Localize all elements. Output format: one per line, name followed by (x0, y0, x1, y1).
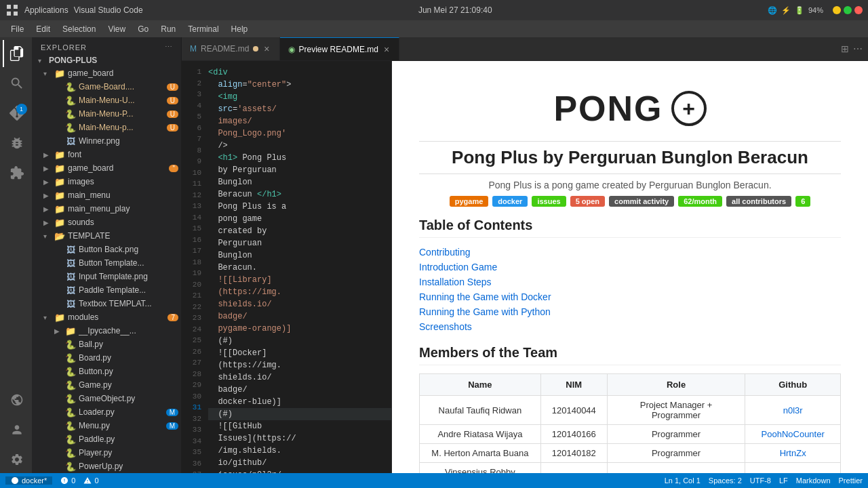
toc-link-intro[interactable]: Introduction Game (419, 260, 841, 274)
tree-tpl-input[interactable]: 🖼 Input Template.png (33, 270, 181, 283)
statusbar-warnings[interactable]: 0 (83, 476, 98, 485)
statusbar-ln-col[interactable]: Ln 1, Col 1 (665, 476, 701, 485)
menu-view[interactable]: View (102, 23, 131, 35)
member-github[interactable]: HrtnZx (745, 444, 841, 463)
topbar-editorname[interactable]: Visual Studio Code (74, 5, 143, 15)
app-grid-icon[interactable] (5, 3, 19, 17)
tree-gameboard-file5[interactable]: 🖼 Winner.png (33, 134, 181, 148)
tree-mod-gameobject[interactable]: 🐍 GameObject.py (33, 392, 181, 405)
topbar-appname[interactable]: Applications (24, 5, 68, 15)
tree-tpl-textbox[interactable]: 🖼 Textbox TEMPLAT... (33, 297, 181, 310)
menu-edit[interactable]: Edit (31, 23, 56, 35)
tree-tpl-paddle[interactable]: 🖼 Paddle Template... (33, 283, 181, 297)
badge-commit-val[interactable]: 62/month (678, 196, 722, 207)
toc-link-install[interactable]: Installation Steps (419, 274, 841, 289)
split-editor-icon[interactable]: ⊞ (841, 43, 849, 54)
tree-template[interactable]: ▾ 📂 TEMPLATE (33, 229, 181, 243)
tree-mod-menu[interactable]: 🐍 Menu.py M (33, 419, 181, 432)
git-badge: 1 (16, 104, 27, 115)
member-github[interactable]: n0l3r (745, 396, 841, 425)
menu-help[interactable]: Help (226, 23, 254, 35)
more-actions-icon[interactable]: ⋯ (853, 43, 863, 54)
member-github[interactable]: vinsenslusrobby15 (745, 463, 841, 474)
activitybar-settings[interactable] (3, 446, 30, 473)
close-button[interactable] (854, 6, 863, 14)
statusbar-encoding[interactable]: UTF-8 (750, 476, 771, 485)
tpl4-label: Paddle Template... (79, 285, 178, 295)
tab-readme-close[interactable]: × (262, 43, 271, 55)
tree-mod-powerup[interactable]: 🐍 PowerUp.py (33, 460, 181, 473)
minimize-button[interactable] (833, 6, 841, 14)
tree-images[interactable]: ▶ 📁 images (33, 175, 181, 188)
tab-preview[interactable]: ◉ Preview README.md × (280, 37, 400, 61)
png-icon-tpl1: 🖼 (65, 244, 76, 255)
tree-sounds[interactable]: ▶ 📁 sounds (33, 216, 181, 229)
tree-gameboard2[interactable]: ▶ 📁 game_board " (33, 161, 181, 175)
png-icon-tpl3: 🖼 (65, 271, 76, 282)
sidebar-new-file[interactable]: ⋯ (165, 43, 173, 52)
tree-mod-loader[interactable]: 🐍 Loader.py M (33, 405, 181, 419)
svg-rect-2 (7, 12, 11, 16)
tree-mod-cache[interactable]: ▶ 📁 __Ipycache__... (33, 324, 181, 338)
activitybar-git[interactable]: 1 (3, 100, 30, 127)
toc-link-docker[interactable]: Running the Game with Docker (419, 289, 841, 304)
activitybar-debug[interactable] (3, 129, 30, 157)
badge-contrib-val[interactable]: 6 (795, 196, 810, 207)
toc-link-python[interactable]: Running the Game with Python (419, 304, 841, 319)
mod-powerup-label: PowerUp.py (79, 462, 178, 471)
preview-divider-top (419, 141, 841, 142)
tree-gameboard-file3[interactable]: 🐍 Main-Menu-P... U (33, 107, 181, 121)
pong-text: PONG (553, 88, 663, 129)
toc-link-contributing[interactable]: Contributing (419, 245, 841, 260)
statusbar-formatter[interactable]: Prettier (839, 476, 863, 485)
tree-mod-game[interactable]: 🐍 Game.py (33, 378, 181, 392)
tree-gameboard-file4[interactable]: 🐍 Main-Menu-p... U (33, 121, 181, 134)
menu-go[interactable]: Go (132, 23, 154, 35)
badge-commit[interactable]: commit activity (609, 196, 674, 207)
tree-mod-paddle[interactable]: 🐍 Paddle.py (33, 432, 181, 446)
badge-issues-open[interactable]: 5 open (570, 196, 605, 207)
statusbar-remote[interactable]: docker* (5, 476, 52, 485)
tree-modules[interactable]: ▾ 📁 modules 7 (33, 310, 181, 324)
activitybar-remote[interactable] (3, 386, 30, 413)
maximize-button[interactable] (844, 6, 852, 14)
activitybar-explorer[interactable] (3, 40, 30, 67)
toc-link-screenshots[interactable]: Screenshots (419, 319, 841, 334)
tree-project-root[interactable]: ▾ PONG-PLUS (33, 54, 181, 66)
col-nim: NIM (540, 374, 607, 396)
member-github[interactable]: PoohNoCounter (745, 425, 841, 444)
tree-mod-player[interactable]: 🐍 Player.py (33, 446, 181, 460)
badge-issues[interactable]: issues (532, 196, 566, 207)
activitybar-accounts[interactable] (3, 416, 30, 443)
tree-font[interactable]: ▶ 📁 font (33, 148, 181, 161)
tree-mod-ball[interactable]: 🐍 Ball.py (33, 338, 181, 351)
tree-mod-board[interactable]: 🐍 Board.py (33, 351, 181, 365)
tree-mod-button[interactable]: 🐍 Button.py (33, 365, 181, 378)
code-panel[interactable]: 12345 678910 1112131415 1617181920 21222… (182, 61, 392, 473)
tree-gameboard-file1[interactable]: 🐍 Game-Board.... U (33, 80, 181, 94)
badge-docker[interactable]: docker (492, 196, 528, 207)
tree-gameboard[interactable]: ▾ 📁 game_board (33, 66, 181, 80)
statusbar-spaces[interactable]: Spaces: 2 (709, 476, 742, 485)
tab-readme[interactable]: M README.md × (182, 37, 280, 61)
tree-gameboard-file2[interactable]: 🐍 Main-Menu-U... U (33, 94, 181, 107)
tab-preview-close[interactable]: × (382, 43, 391, 56)
menu-file[interactable]: File (5, 23, 29, 35)
statusbar-eol[interactable]: LF (779, 476, 788, 485)
tree-tpl-btn-tpl[interactable]: 🖼 Button Template... (33, 256, 181, 270)
mod-loader-badge: M (166, 409, 178, 416)
statusbar-errors[interactable]: 0 (60, 476, 75, 485)
badge-contrib[interactable]: all contributors (726, 196, 791, 207)
activitybar-search[interactable] (3, 70, 30, 97)
menu-terminal[interactable]: Terminal (182, 23, 224, 35)
menu-selection[interactable]: Selection (57, 23, 101, 35)
tree-mainmenuplay[interactable]: ▶ 📁 main_menu_play (33, 202, 181, 216)
menu-run[interactable]: Run (155, 23, 181, 35)
preview-panel[interactable]: PONG + Pong Plus by Perguruan Bunglon Be… (392, 61, 868, 473)
statusbar-language[interactable]: Markdown (796, 476, 831, 485)
tree-tpl-btn-back[interactable]: 🖼 Button Back.png (33, 243, 181, 256)
activitybar-extensions[interactable] (3, 159, 30, 186)
folder-icon-gb2: 📁 (54, 163, 65, 174)
badge-pygame[interactable]: pygame (450, 196, 489, 207)
tree-mainmenu[interactable]: ▶ 📁 main_menu (33, 188, 181, 202)
